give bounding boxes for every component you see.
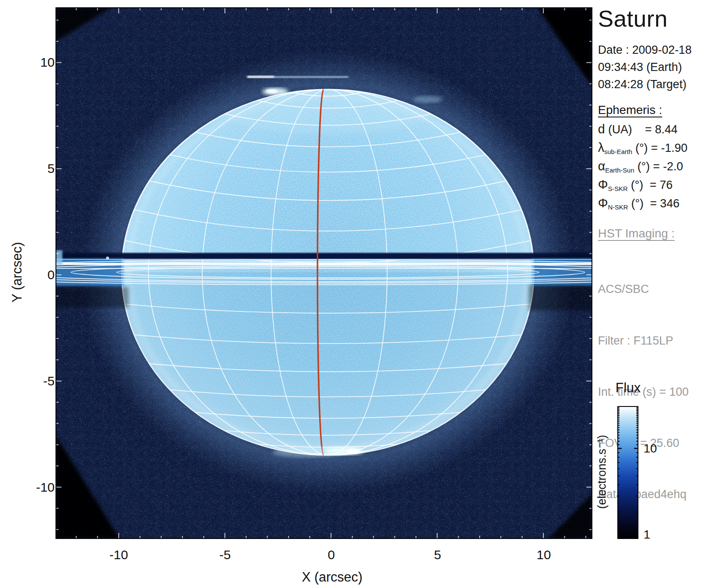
hst-data-id: Data : jbaed4ehq bbox=[598, 486, 689, 503]
x-tick-label: 0 bbox=[314, 548, 348, 562]
hst-instrument: ACS/SBC bbox=[598, 281, 689, 298]
y-tick-label: -10 bbox=[16, 480, 55, 495]
north-aurora-faint bbox=[413, 96, 443, 103]
ephemeris-row-subearth-lat: λsub-Earth (°) = -1.90 bbox=[598, 141, 687, 159]
saturn-image bbox=[55, 7, 592, 539]
observation-date: Date : 2009-02-18 bbox=[598, 41, 692, 58]
value: (°) = -1.90 bbox=[632, 142, 688, 154]
ring-edge-glint bbox=[55, 250, 62, 265]
ephemeris-row-phase-angle: αEarth-Sun (°) = -2.0 bbox=[598, 159, 687, 178]
north-aurora-core bbox=[266, 89, 277, 93]
ring-shadow-band-core bbox=[122, 253, 534, 259]
value: (UA) = 8.44 bbox=[605, 123, 678, 136]
symbol: d bbox=[598, 122, 605, 136]
saturn-hst-figure: 10 5 0 -5 -10 Y (arcsec) -10 -5 0 5 10 X… bbox=[0, 0, 721, 588]
colorbar-tick-label-10: 10 bbox=[644, 442, 657, 456]
hst-filter: Filter : F115LP bbox=[598, 332, 689, 350]
observation-block: Date : 2009-02-18 09:34:43 (Earth) 08:24… bbox=[598, 41, 692, 93]
x-tick-label: -5 bbox=[208, 548, 242, 562]
value: (°) = 346 bbox=[628, 197, 680, 210]
symbol-subscript: N-SKR bbox=[608, 203, 628, 211]
observation-earth-time: 09:34:43 (Earth) bbox=[598, 58, 692, 76]
saturn-image-panel bbox=[55, 7, 592, 539]
observation-target-time: 08:24:28 (Target) bbox=[598, 76, 692, 93]
colorbar-units-label: (electrons.s⁻¹) bbox=[595, 435, 609, 509]
value: (°) = 76 bbox=[628, 179, 673, 191]
ephemeris-heading: Ephemeris : bbox=[598, 103, 662, 117]
hst-imaging-heading: HST Imaging : bbox=[598, 227, 675, 240]
hst-int-time: Int. time (s) = 100 bbox=[598, 384, 689, 401]
ephemeris-row-s-skr: ΦS-SKR (°) = 76 bbox=[598, 178, 687, 196]
colorbar-tick-label-1: 1 bbox=[644, 528, 650, 542]
ring-dark-wedge-east bbox=[529, 285, 592, 311]
flux-colorbar bbox=[617, 406, 638, 539]
symbol: Φ bbox=[598, 178, 608, 191]
y-tick-label: -5 bbox=[16, 374, 55, 388]
symbol-subscript: Earth-Sun bbox=[605, 166, 635, 174]
y-tick-label: 5 bbox=[16, 161, 55, 176]
ephemeris-table: d (UA) = 8.44 λsub-Earth (°) = -1.90 αEa… bbox=[598, 122, 687, 215]
north-aurora-streak-bright bbox=[247, 76, 274, 78]
moon-dot bbox=[106, 257, 109, 260]
page-title: Saturn bbox=[598, 5, 668, 32]
symbol-subscript: S-SKR bbox=[608, 185, 628, 192]
symbol: Φ bbox=[598, 196, 608, 210]
ring-dark-wedge-west bbox=[55, 287, 129, 308]
south-aurora-core bbox=[346, 449, 360, 454]
symbol: α bbox=[598, 159, 605, 173]
x-axis-title: X (arcsec) bbox=[289, 570, 375, 585]
ephemeris-row-n-skr: ΦN-SKR (°) = 346 bbox=[598, 196, 687, 215]
value: (°) = -2.0 bbox=[634, 160, 683, 173]
y-tick-label: 10 bbox=[16, 55, 55, 70]
y-axis-title: Y (arcsec) bbox=[9, 242, 25, 303]
symbol-subscript: sub-Earth bbox=[604, 148, 632, 155]
hst-imaging-block: ACS/SBC Filter : F115LP Int. time (s) = … bbox=[598, 247, 689, 537]
ephemeris-row-distance: d (UA) = 8.44 bbox=[598, 122, 687, 141]
x-tick-label: -10 bbox=[102, 548, 136, 562]
x-tick-label: 5 bbox=[420, 548, 455, 562]
colorbar-ticks bbox=[617, 406, 638, 539]
x-tick-label: 10 bbox=[527, 548, 561, 562]
symbol: λ bbox=[598, 141, 604, 154]
colorbar-title: Flux bbox=[616, 380, 641, 396]
